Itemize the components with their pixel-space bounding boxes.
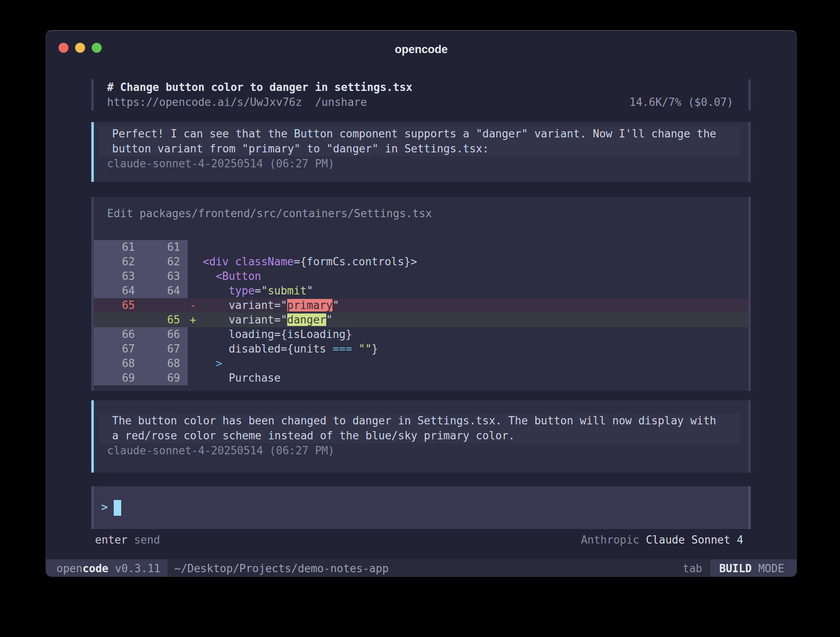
token-usage-stats: 14.6K/7% ($0.07) [630, 95, 733, 110]
diff-row: 6969 Purchase [94, 371, 748, 385]
line-number-new: 61 [141, 240, 188, 255]
diff-code-line: > [188, 356, 748, 371]
message-line: button variant from "primary" to "danger… [99, 141, 740, 156]
model-indicator: Anthropic Claude Sonnet 4 [581, 532, 743, 547]
diff-marker: - [190, 299, 203, 311]
diff-code-line: + variant="danger" [188, 313, 748, 327]
line-number-new: 64 [141, 284, 188, 298]
diff-row: 65- variant="primary" [94, 298, 748, 313]
line-number-old: 63 [94, 269, 141, 284]
diff-row: 6161 [94, 240, 748, 255]
message-meta: claude-sonnet-4-20250514 (06:27 PM) [94, 443, 748, 458]
message-content: Perfect! I can see that the Button compo… [94, 126, 748, 171]
mode-segment[interactable]: BUILD MODE [710, 559, 797, 577]
message-meta: claude-sonnet-4-20250514 (06:27 PM) [94, 156, 748, 171]
line-number-new: 67 [141, 342, 188, 356]
titlebar: opencode [46, 31, 796, 79]
diff-row: 6363 <Button [94, 269, 748, 284]
share-url[interactable]: https://opencode.ai/s/UwJxv76z [107, 96, 302, 108]
diff-rows: 6161 6262 <div className={formCs.control… [94, 240, 748, 385]
prompt-symbol: > [101, 501, 108, 513]
mode-secondary: MODE [752, 562, 784, 575]
diff-marker [190, 357, 203, 370]
prompt-right-bar [748, 486, 751, 529]
line-number-new: 63 [141, 269, 188, 284]
session-title: # Change button color to danger in setti… [107, 80, 733, 95]
diff-code-line: disabled={units === ""} [188, 342, 748, 356]
message-line: The button color has been changed to dan… [99, 413, 740, 428]
diff-spacer [94, 221, 748, 240]
message-right-bar [748, 122, 751, 182]
edit-tool-block: Edit packages/frontend/src/containers/Se… [91, 197, 751, 391]
text-cursor [114, 500, 121, 516]
line-number-new: 65 [141, 313, 188, 327]
line-number-old: 64 [94, 284, 141, 298]
line-number-old: 69 [94, 371, 141, 385]
line-number-old [94, 313, 141, 327]
header-right-bar [748, 79, 751, 110]
unshare-command[interactable]: /unshare [315, 96, 367, 108]
mode-primary: BUILD [719, 562, 752, 575]
diff-marker [190, 241, 203, 253]
diff-row: 6666 loading={isLoading} [94, 327, 748, 342]
diff-code-line: loading={isLoading} [188, 327, 748, 342]
line-number-new: 66 [141, 327, 188, 342]
prompt-input[interactable]: > [101, 499, 748, 516]
line-number-new: 69 [141, 371, 188, 385]
session-header: # Change button color to danger in setti… [91, 79, 751, 110]
diff-code-line: Purchase [188, 371, 748, 385]
tab-hint[interactable]: tab [683, 562, 702, 575]
diff-marker [190, 343, 203, 355]
line-number-new [141, 298, 188, 313]
app-version-segment: opencode v0.3.11 [46, 559, 168, 577]
diff-marker [190, 328, 203, 341]
line-number-new: 62 [141, 255, 188, 269]
message-line: Perfect! I can see that the Button compo… [99, 126, 740, 141]
diff-marker [190, 255, 203, 268]
diff-code-line: type="submit" [188, 284, 748, 298]
edit-file-path: Edit packages/frontend/src/containers/Se… [94, 206, 748, 221]
diff-row: 65+ variant="danger" [94, 313, 748, 327]
window-title: opencode [46, 43, 796, 56]
opencode-window: opencode # Change button color to danger… [46, 30, 797, 577]
send-hint: enter send [95, 532, 160, 547]
diff-right-bar [748, 197, 751, 391]
line-number-old: 65 [94, 298, 141, 313]
prompt-box[interactable]: > [91, 486, 751, 529]
diff-marker [190, 270, 203, 282]
footer-hints: enter send Anthropic Claude Sonnet 4 [46, 532, 797, 547]
share-url-line: https://opencode.ai/s/UwJxv76z /unshare [107, 95, 367, 110]
status-bar: opencode v0.3.11 ~/Desktop/Projects/demo… [46, 559, 797, 577]
assistant-message: The button color has been changed to dan… [91, 400, 751, 473]
diff-row: 6262 <div className={formCs.controls}> [94, 255, 748, 269]
diff-row: 6868 > [94, 356, 748, 371]
line-number-old: 62 [94, 255, 141, 269]
assistant-message: Perfect! I can see that the Button compo… [91, 122, 751, 182]
line-number-old: 67 [94, 342, 141, 356]
diff-row: 6767 disabled={units === ""} [94, 342, 748, 356]
diff-row: 6464 type="submit" [94, 284, 748, 298]
diff-code-line [188, 240, 748, 255]
model-name: Claude Sonnet 4 [646, 534, 743, 546]
line-number-old: 66 [94, 327, 141, 342]
diff-code-line: - variant="primary" [188, 298, 748, 313]
app-version: v0.3.11 [108, 562, 160, 575]
line-number-old: 61 [94, 240, 141, 255]
diff-marker [190, 284, 203, 297]
app-name-code: code [83, 562, 109, 575]
provider-name: Anthropic [581, 534, 646, 546]
message-line: a red/rose color scheme instead of the b… [99, 428, 740, 443]
working-directory: ~/Desktop/Projects/demo-notes-app [174, 562, 389, 575]
diff-code-line: <div className={formCs.controls}> [188, 255, 748, 269]
diff-marker [190, 372, 203, 384]
diff-marker: + [190, 314, 203, 326]
message-content: The button color has been changed to dan… [94, 413, 748, 458]
message-right-bar [748, 400, 751, 473]
line-number-old: 68 [94, 356, 141, 371]
line-number-new: 68 [141, 356, 188, 371]
app-name-open: open [56, 562, 83, 575]
diff-code-line: <Button [188, 269, 748, 284]
